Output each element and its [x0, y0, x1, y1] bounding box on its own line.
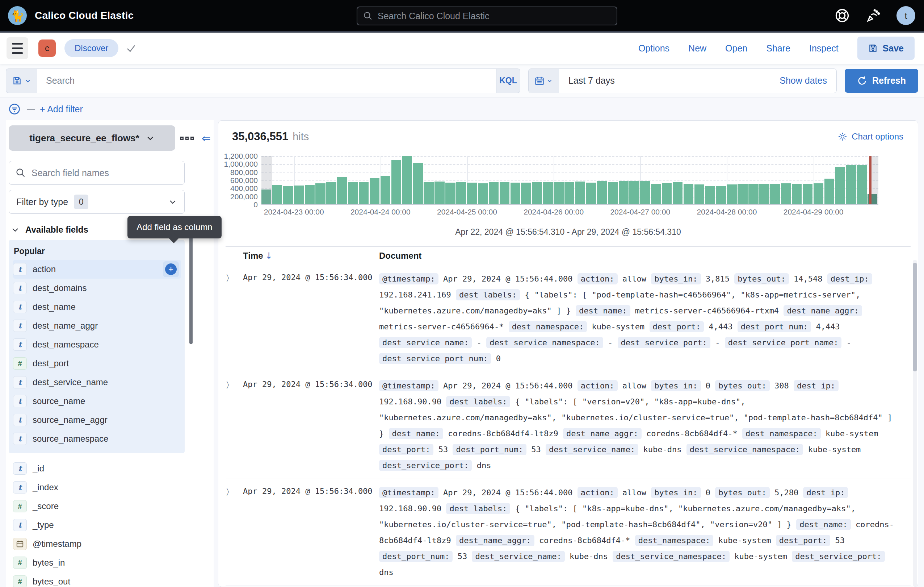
- doc-field-badge[interactable]: dest_service_port:: [379, 460, 472, 471]
- saved-query-menu[interactable]: [6, 68, 37, 93]
- doc-field-badge[interactable]: action:: [578, 487, 618, 498]
- doc-field-badge[interactable]: dest_service_port_num:: [379, 353, 491, 364]
- histogram-bar[interactable]: [326, 182, 336, 204]
- histogram-bar[interactable]: [456, 182, 466, 204]
- histogram-bar[interactable]: [813, 184, 823, 204]
- doc-field-badge[interactable]: dest_service_port:: [792, 551, 884, 562]
- histogram-bar[interactable]: [846, 165, 856, 204]
- histogram-bar[interactable]: [315, 184, 325, 204]
- histogram-bar[interactable]: [478, 184, 488, 204]
- doc-field-badge[interactable]: dest_service_name:: [472, 551, 564, 562]
- chart-options-button[interactable]: Chart options: [838, 132, 903, 142]
- histogram-bar[interactable]: [434, 182, 444, 204]
- histogram-bar[interactable]: [727, 184, 736, 204]
- options-link[interactable]: Options: [639, 43, 670, 54]
- global-search-input[interactable]: [378, 11, 611, 21]
- histogram-plot[interactable]: [261, 156, 878, 205]
- histogram-bar[interactable]: [521, 183, 531, 204]
- kql-language-button[interactable]: KQL: [497, 68, 520, 93]
- histogram-bar[interactable]: [554, 182, 563, 204]
- histogram-bar[interactable]: [500, 182, 510, 204]
- field-search-input[interactable]: [31, 168, 178, 178]
- histogram-bar[interactable]: [337, 177, 347, 204]
- field-item-source_name_aggr[interactable]: tsource_name_aggr: [13, 410, 181, 429]
- filter-by-type[interactable]: Filter by type 0: [9, 190, 185, 214]
- doc-field-badge[interactable]: bytes_out:: [734, 273, 789, 284]
- field-item-_index[interactable]: t_index: [13, 478, 211, 497]
- expand-row-icon[interactable]: 〉: [226, 271, 243, 367]
- space-badge[interactable]: c: [38, 40, 56, 57]
- breadcrumb-discover[interactable]: Discover: [64, 39, 119, 57]
- histogram-bar[interactable]: [662, 183, 672, 204]
- menu-icon[interactable]: [7, 37, 28, 59]
- expand-row-icon[interactable]: 〉: [226, 485, 243, 580]
- doc-field-badge[interactable]: @timestamp:: [379, 380, 439, 391]
- doc-field-badge[interactable]: bytes_in:: [651, 487, 701, 498]
- field-item-_score[interactable]: #_score: [13, 497, 211, 516]
- histogram-bar[interactable]: [305, 185, 315, 204]
- doc-field-badge[interactable]: action:: [578, 380, 618, 391]
- doc-field-badge[interactable]: dest_name_aggr:: [563, 428, 642, 439]
- field-item-bytes_in[interactable]: #bytes_in: [13, 553, 211, 572]
- doc-field-badge[interactable]: dest_name:: [796, 519, 850, 530]
- doc-field-badge[interactable]: dest_port:: [776, 535, 830, 546]
- histogram-bar[interactable]: [381, 176, 390, 204]
- histogram-bar[interactable]: [402, 156, 412, 204]
- doc-field-badge[interactable]: dest_namespace:: [509, 321, 587, 332]
- field-item-@timestamp[interactable]: @timestamp: [13, 534, 211, 553]
- histogram-bar[interactable]: [651, 184, 661, 204]
- field-item-source_namespace[interactable]: tsource_namespace: [13, 429, 181, 448]
- share-link[interactable]: Share: [766, 43, 790, 54]
- newsfeed-icon[interactable]: [865, 8, 881, 23]
- field-item-action[interactable]: taction+: [13, 260, 181, 279]
- histogram-bar[interactable]: [391, 160, 401, 204]
- collapse-sidebar-icon[interactable]: ⇐: [202, 132, 211, 145]
- time-range-value[interactable]: Last 7 days: [568, 75, 615, 86]
- histogram-bar[interactable]: [543, 182, 553, 204]
- add-field-as-column-button[interactable]: +: [163, 261, 179, 277]
- histogram-bar[interactable]: [564, 182, 574, 204]
- inspect-link[interactable]: Inspect: [809, 43, 838, 54]
- doc-field-badge[interactable]: dest_port_num:: [452, 444, 526, 455]
- histogram-bar[interactable]: [695, 184, 704, 204]
- grid-icon[interactable]: [180, 137, 194, 140]
- filter-menu-icon[interactable]: [8, 103, 21, 116]
- index-pattern-selector[interactable]: tigera_secure_ee_flows*: [9, 126, 175, 151]
- doc-field-badge[interactable]: dest_name:: [389, 428, 443, 439]
- doc-field-badge[interactable]: bytes_out:: [715, 487, 769, 498]
- field-item-dest_name[interactable]: tdest_name: [13, 298, 181, 316]
- doc-field-badge[interactable]: dest_ip:: [803, 487, 848, 498]
- histogram-bar[interactable]: [825, 179, 834, 204]
- histogram-bar[interactable]: [446, 183, 455, 204]
- doc-field-badge[interactable]: dest_service_name:: [546, 444, 639, 455]
- doc-field-badge[interactable]: bytes_in:: [651, 273, 701, 284]
- histogram-bar[interactable]: [738, 184, 747, 204]
- doc-field-badge[interactable]: dest_name:: [576, 305, 630, 316]
- doc-field-badge[interactable]: @timestamp:: [379, 487, 439, 498]
- calico-logo[interactable]: 🐈: [8, 6, 27, 25]
- doc-field-badge[interactable]: dest_service_namespace:: [686, 444, 804, 455]
- doc-field-badge[interactable]: dest_name_aggr:: [784, 305, 862, 316]
- histogram-bar[interactable]: [619, 181, 629, 204]
- field-item-dest_domains[interactable]: tdest_domains: [13, 279, 181, 298]
- open-link[interactable]: Open: [725, 43, 747, 54]
- histogram-bar[interactable]: [629, 181, 639, 204]
- histogram-bar[interactable]: [835, 167, 845, 204]
- save-button[interactable]: Save: [857, 36, 914, 60]
- calendar-menu[interactable]: [529, 69, 559, 93]
- doc-field-badge[interactable]: dest_port:: [379, 444, 433, 455]
- histogram-bar[interactable]: [348, 182, 358, 204]
- user-avatar[interactable]: t: [896, 6, 915, 25]
- doc-field-badge[interactable]: dest_namespace:: [742, 428, 821, 439]
- field-item-dest_service_name[interactable]: tdest_service_name: [13, 373, 181, 392]
- doc-field-badge[interactable]: dest_port_num:: [738, 321, 811, 332]
- field-item-dest_name_aggr[interactable]: tdest_name_aggr: [13, 316, 181, 335]
- field-item-dest_port[interactable]: #dest_port: [13, 354, 181, 373]
- histogram-bar[interactable]: [856, 165, 866, 204]
- histogram-bar[interactable]: [575, 182, 585, 204]
- new-link[interactable]: New: [688, 43, 706, 54]
- histogram-bar[interactable]: [489, 182, 498, 204]
- field-item-_type[interactable]: t_type: [13, 516, 211, 534]
- doc-field-badge[interactable]: bytes_in:: [651, 380, 701, 391]
- doc-field-badge[interactable]: dest_service_namespace:: [486, 337, 603, 348]
